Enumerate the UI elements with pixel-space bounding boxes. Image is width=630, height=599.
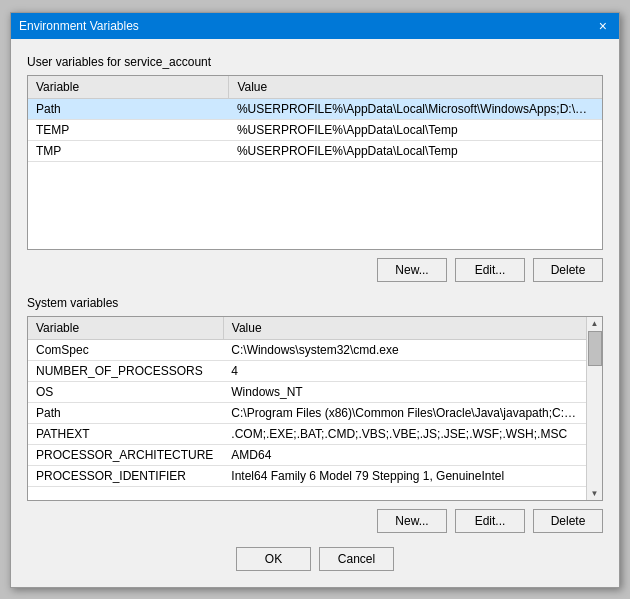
scroll-up-icon[interactable]: ▲ — [591, 319, 599, 328]
user-variables-table-container: Variable Value Path%USERPROFILE%\AppData… — [27, 75, 603, 250]
environment-variables-dialog: Environment Variables × User variables f… — [10, 12, 620, 588]
system-section-label: System variables — [27, 296, 603, 310]
system-table-wrapper: Variable Value ComSpecC:\Windows\system3… — [28, 317, 586, 487]
system-value-cell: C:\Program Files (x86)\Common Files\Orac… — [223, 402, 586, 423]
system-variable-cell: NUMBER_OF_PROCESSORS — [28, 360, 223, 381]
system-new-button[interactable]: New... — [377, 509, 447, 533]
user-section-label: User variables for service_account — [27, 55, 603, 69]
table-row[interactable]: NUMBER_OF_PROCESSORS4 — [28, 360, 586, 381]
table-row[interactable]: PATHEXT.COM;.EXE;.BAT;.CMD;.VBS;.VBE;.JS… — [28, 423, 586, 444]
system-variable-cell: ComSpec — [28, 339, 223, 360]
system-value-cell: Windows_NT — [223, 381, 586, 402]
user-delete-button[interactable]: Delete — [533, 258, 603, 282]
user-edit-button[interactable]: Edit... — [455, 258, 525, 282]
scroll-down-icon[interactable]: ▼ — [591, 489, 599, 498]
user-variable-cell: TMP — [28, 140, 229, 161]
system-variable-cell: OS — [28, 381, 223, 402]
table-row[interactable]: ComSpecC:\Windows\system32\cmd.exe — [28, 339, 586, 360]
table-row[interactable]: TMP%USERPROFILE%\AppData\Local\Temp — [28, 140, 602, 161]
system-variable-cell: PROCESSOR_ARCHITECTURE — [28, 444, 223, 465]
dialog-title: Environment Variables — [19, 19, 139, 33]
system-button-row: New... Edit... Delete — [27, 509, 603, 533]
footer-button-row: OK Cancel — [27, 547, 603, 571]
system-variable-cell: PATHEXT — [28, 423, 223, 444]
close-button[interactable]: × — [595, 19, 611, 33]
system-scrollbar[interactable]: ▲ ▼ — [586, 317, 602, 500]
table-row[interactable]: TEMP%USERPROFILE%\AppData\Local\Temp — [28, 119, 602, 140]
user-variable-cell: TEMP — [28, 119, 229, 140]
title-bar: Environment Variables × — [11, 13, 619, 39]
table-row[interactable]: PROCESSOR_IDENTIFIERIntel64 Family 6 Mod… — [28, 465, 586, 486]
system-value-cell: AMD64 — [223, 444, 586, 465]
user-value-cell: %USERPROFILE%\AppData\Local\Microsoft\Wi… — [229, 98, 602, 119]
user-variable-cell: Path — [28, 98, 229, 119]
system-value-cell: Intel64 Family 6 Model 79 Stepping 1, Ge… — [223, 465, 586, 486]
system-value-cell: .COM;.EXE;.BAT;.CMD;.VBS;.VBE;.JS;.JSE;.… — [223, 423, 586, 444]
scroll-thumb[interactable] — [588, 331, 602, 366]
user-button-row: New... Edit... Delete — [27, 258, 603, 282]
ok-button[interactable]: OK — [236, 547, 311, 571]
table-row[interactable]: Path%USERPROFILE%\AppData\Local\Microsof… — [28, 98, 602, 119]
user-table-col-variable: Variable — [28, 76, 229, 99]
system-value-cell: 4 — [223, 360, 586, 381]
dialog-body: User variables for service_account Varia… — [11, 39, 619, 587]
user-value-cell: %USERPROFILE%\AppData\Local\Temp — [229, 140, 602, 161]
system-variable-cell: Path — [28, 402, 223, 423]
system-variable-cell: PROCESSOR_IDENTIFIER — [28, 465, 223, 486]
system-value-cell: C:\Windows\system32\cmd.exe — [223, 339, 586, 360]
cancel-button[interactable]: Cancel — [319, 547, 394, 571]
system-table-col-value: Value — [223, 317, 586, 340]
system-table-col-variable: Variable — [28, 317, 223, 340]
table-row[interactable]: OSWindows_NT — [28, 381, 586, 402]
user-table-col-value: Value — [229, 76, 602, 99]
table-row[interactable]: PROCESSOR_ARCHITECTUREAMD64 — [28, 444, 586, 465]
user-value-cell: %USERPROFILE%\AppData\Local\Temp — [229, 119, 602, 140]
system-variables-table-container: ▲ ▼ Variable Value ComSpecC:\Windows\sys… — [27, 316, 603, 501]
system-variables-table: Variable Value ComSpecC:\Windows\system3… — [28, 317, 586, 487]
system-edit-button[interactable]: Edit... — [455, 509, 525, 533]
table-row[interactable]: PathC:\Program Files (x86)\Common Files\… — [28, 402, 586, 423]
system-delete-button[interactable]: Delete — [533, 509, 603, 533]
user-new-button[interactable]: New... — [377, 258, 447, 282]
user-variables-table: Variable Value Path%USERPROFILE%\AppData… — [28, 76, 602, 162]
